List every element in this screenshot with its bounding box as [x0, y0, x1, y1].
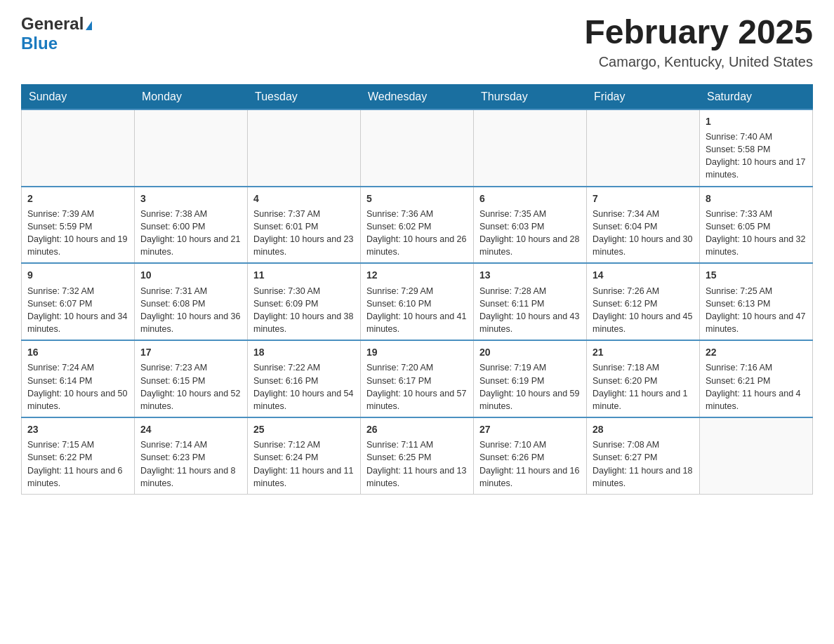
calendar-cell	[22, 109, 135, 187]
daylight-text: Daylight: 11 hours and 1 minute.	[593, 387, 694, 412]
sunset-text: Sunset: 6:24 PM	[253, 451, 355, 464]
day-number: 16	[27, 345, 128, 359]
sunset-text: Sunset: 6:00 PM	[140, 220, 241, 233]
calendar-cell: 10Sunrise: 7:31 AMSunset: 6:08 PMDayligh…	[135, 263, 248, 340]
sunset-text: Sunset: 6:07 PM	[27, 297, 128, 310]
sunset-text: Sunset: 6:09 PM	[253, 297, 355, 310]
sunrise-text: Sunrise: 7:40 AM	[706, 130, 807, 143]
sunrise-text: Sunrise: 7:39 AM	[27, 208, 128, 220]
daylight-text: Daylight: 10 hours and 32 minutes.	[706, 233, 807, 258]
sunrise-text: Sunrise: 7:31 AM	[140, 285, 241, 297]
sunset-text: Sunset: 6:25 PM	[366, 451, 468, 464]
day-number: 13	[479, 268, 581, 282]
day-number: 27	[479, 422, 581, 436]
day-number: 12	[366, 268, 468, 282]
sunset-text: Sunset: 6:08 PM	[140, 297, 241, 310]
calendar-cell: 7Sunrise: 7:34 AMSunset: 6:04 PMDaylight…	[587, 187, 700, 264]
logo-general-text: General	[21, 14, 84, 34]
sunset-text: Sunset: 6:14 PM	[27, 375, 128, 387]
sunset-text: Sunset: 6:17 PM	[366, 375, 468, 387]
sunrise-text: Sunrise: 7:33 AM	[706, 208, 807, 220]
sunset-text: Sunset: 6:21 PM	[706, 375, 807, 387]
calendar-header-row: Sunday Monday Tuesday Wednesday Thursday…	[22, 84, 813, 109]
daylight-text: Daylight: 10 hours and 59 minutes.	[479, 387, 581, 412]
sunrise-text: Sunrise: 7:12 AM	[253, 438, 355, 451]
sunrise-text: Sunrise: 7:34 AM	[593, 208, 694, 220]
daylight-text: Daylight: 10 hours and 45 minutes.	[593, 310, 694, 335]
header-friday: Friday	[587, 84, 700, 109]
calendar-cell: 3Sunrise: 7:38 AMSunset: 6:00 PMDaylight…	[135, 187, 248, 264]
sunrise-text: Sunrise: 7:14 AM	[140, 438, 241, 451]
calendar-cell: 22Sunrise: 7:16 AMSunset: 6:21 PMDayligh…	[700, 340, 813, 417]
logo: General Blue	[21, 14, 92, 53]
daylight-text: Daylight: 11 hours and 6 minutes.	[27, 464, 128, 490]
daylight-text: Daylight: 10 hours and 50 minutes.	[27, 387, 128, 412]
calendar-cell: 16Sunrise: 7:24 AMSunset: 6:14 PMDayligh…	[22, 340, 135, 417]
day-number: 5	[366, 192, 468, 206]
day-number: 9	[27, 268, 128, 282]
sunrise-text: Sunrise: 7:08 AM	[593, 438, 694, 451]
sunset-text: Sunset: 6:19 PM	[479, 375, 581, 387]
sunrise-text: Sunrise: 7:24 AM	[27, 361, 128, 374]
calendar-cell	[361, 109, 474, 187]
day-number: 4	[253, 192, 355, 206]
day-number: 14	[593, 268, 694, 282]
calendar-cell: 28Sunrise: 7:08 AMSunset: 6:27 PMDayligh…	[587, 417, 700, 494]
calendar-cell	[587, 109, 700, 187]
calendar-cell: 6Sunrise: 7:35 AMSunset: 6:03 PMDaylight…	[474, 187, 587, 264]
daylight-text: Daylight: 10 hours and 28 minutes.	[479, 233, 581, 258]
daylight-text: Daylight: 10 hours and 41 minutes.	[366, 310, 468, 335]
calendar-cell	[135, 109, 248, 187]
calendar-cell: 26Sunrise: 7:11 AMSunset: 6:25 PMDayligh…	[361, 417, 474, 494]
sunrise-text: Sunrise: 7:25 AM	[706, 285, 807, 297]
calendar-cell: 12Sunrise: 7:29 AMSunset: 6:10 PMDayligh…	[361, 263, 474, 340]
calendar-cell: 17Sunrise: 7:23 AMSunset: 6:15 PMDayligh…	[135, 340, 248, 417]
daylight-text: Daylight: 10 hours and 47 minutes.	[706, 310, 807, 335]
day-number: 26	[366, 422, 468, 436]
day-number: 21	[593, 345, 694, 359]
calendar-table: Sunday Monday Tuesday Wednesday Thursday…	[21, 84, 813, 495]
daylight-text: Daylight: 10 hours and 54 minutes.	[253, 387, 355, 412]
daylight-text: Daylight: 10 hours and 36 minutes.	[140, 310, 241, 335]
day-number: 18	[253, 345, 355, 359]
daylight-text: Daylight: 10 hours and 43 minutes.	[479, 310, 581, 335]
daylight-text: Daylight: 10 hours and 26 minutes.	[366, 233, 468, 258]
calendar-cell: 18Sunrise: 7:22 AMSunset: 6:16 PMDayligh…	[248, 340, 361, 417]
header-thursday: Thursday	[474, 84, 587, 109]
day-number: 15	[706, 268, 807, 282]
sunrise-text: Sunrise: 7:26 AM	[593, 285, 694, 297]
week-row-3: 9Sunrise: 7:32 AMSunset: 6:07 PMDaylight…	[22, 263, 813, 340]
page-header: General Blue February 2025 Camargo, Kent…	[21, 14, 813, 70]
day-number: 23	[27, 422, 128, 436]
day-number: 19	[366, 345, 468, 359]
sunset-text: Sunset: 6:26 PM	[479, 451, 581, 464]
sunrise-text: Sunrise: 7:18 AM	[593, 361, 694, 374]
logo-blue-text: Blue	[21, 34, 58, 53]
sunset-text: Sunset: 6:23 PM	[140, 451, 241, 464]
calendar-cell: 27Sunrise: 7:10 AMSunset: 6:26 PMDayligh…	[474, 417, 587, 494]
sunset-text: Sunset: 6:12 PM	[593, 297, 694, 310]
sunrise-text: Sunrise: 7:20 AM	[366, 361, 468, 374]
calendar-cell: 20Sunrise: 7:19 AMSunset: 6:19 PMDayligh…	[474, 340, 587, 417]
sunrise-text: Sunrise: 7:22 AM	[253, 361, 355, 374]
month-title: February 2025	[584, 14, 813, 51]
daylight-text: Daylight: 10 hours and 38 minutes.	[253, 310, 355, 335]
calendar-cell: 19Sunrise: 7:20 AMSunset: 6:17 PMDayligh…	[361, 340, 474, 417]
day-number: 3	[140, 192, 241, 206]
calendar-cell: 23Sunrise: 7:15 AMSunset: 6:22 PMDayligh…	[22, 417, 135, 494]
daylight-text: Daylight: 10 hours and 17 minutes.	[706, 156, 807, 181]
sunset-text: Sunset: 6:13 PM	[706, 297, 807, 310]
sunrise-text: Sunrise: 7:11 AM	[366, 438, 468, 451]
title-area: February 2025 Camargo, Kentucky, United …	[584, 14, 813, 70]
sunrise-text: Sunrise: 7:38 AM	[140, 208, 241, 220]
calendar-cell: 14Sunrise: 7:26 AMSunset: 6:12 PMDayligh…	[587, 263, 700, 340]
sunset-text: Sunset: 6:05 PM	[706, 220, 807, 233]
daylight-text: Daylight: 10 hours and 57 minutes.	[366, 387, 468, 412]
sunrise-text: Sunrise: 7:23 AM	[140, 361, 241, 374]
sunset-text: Sunset: 6:20 PM	[593, 375, 694, 387]
sunrise-text: Sunrise: 7:36 AM	[366, 208, 468, 220]
sunset-text: Sunset: 6:02 PM	[366, 220, 468, 233]
sunrise-text: Sunrise: 7:19 AM	[479, 361, 581, 374]
day-number: 7	[593, 192, 694, 206]
day-number: 2	[27, 192, 128, 206]
